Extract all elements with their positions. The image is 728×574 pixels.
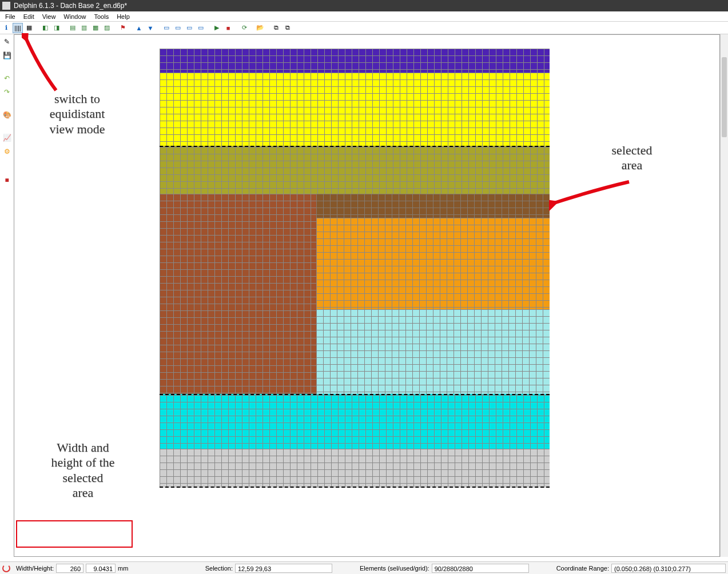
proportional-view-button[interactable]: ▦ [24, 23, 34, 33]
layer-grey[interactable] [160, 449, 550, 488]
top-toolbar: ℹ |||| ▦ ◧ ◨ ▤ ▥ ▩ ▨ ⚑ ▲ ▼ ▭ ▭ ▭ ▭ ▶ ■ ⟳… [0, 22, 728, 34]
menu-edit[interactable]: Edit [19, 13, 38, 21]
arrow-to-selected-area-icon [549, 178, 635, 213]
tool-button-1[interactable]: ◧ [40, 23, 50, 33]
layer-lightblue-right[interactable] [316, 309, 550, 394]
paste-icon[interactable]: ⧉ [283, 23, 293, 33]
flip-h-icon[interactable]: ▲ [134, 23, 144, 33]
app-logo-icon [2, 2, 10, 10]
flag-icon[interactable]: ⚑ [118, 23, 128, 33]
grid-button-4[interactable]: ▨ [102, 23, 112, 33]
refresh-icon[interactable]: ⟳ [239, 23, 249, 33]
menu-file[interactable]: File [1, 13, 19, 21]
status-unit: mm [118, 565, 128, 572]
stop-icon[interactable]: ■ [223, 23, 233, 33]
flip-v-icon[interactable]: ▼ [145, 23, 156, 33]
construction-canvas[interactable] [14, 34, 720, 557]
left-toolbar: ✎ 💾 ↶ ↷ 🎨 📈 ⚙ ■ [0, 34, 14, 185]
menu-window[interactable]: Window [59, 13, 90, 21]
status-coord-label: Coordinate Range: [556, 565, 609, 572]
layer-darkbrown-right[interactable] [316, 194, 550, 218]
menu-view[interactable]: View [38, 13, 60, 21]
layer-cyan[interactable] [160, 394, 550, 449]
info-icon[interactable]: ℹ [1, 23, 11, 33]
status-elements-field: 90/2880/2880 [432, 564, 529, 573]
title-bar: Delphin 6.1.3 - Dach Base 2_en.d6p* [0, 0, 728, 11]
scrollbar-thumb[interactable] [722, 57, 727, 137]
grid-button-1[interactable]: ▤ [67, 23, 78, 33]
menu-bar: File Edit View Window Tools Help [0, 11, 728, 22]
layer-brown-left[interactable] [160, 194, 316, 394]
open-icon[interactable]: 📂 [255, 23, 265, 33]
sel-button-3[interactable]: ▭ [184, 23, 194, 33]
new-icon[interactable]: ✎ [2, 37, 12, 47]
tool-button-2[interactable]: ◨ [51, 23, 62, 33]
status-width-field[interactable]: 260 [56, 564, 83, 573]
status-wh-label: Width/Height: [16, 565, 54, 572]
status-selection-label: Selection: [205, 565, 233, 572]
title-text: Delphin 6.1.3 - Dach Base 2_en.d6p* [14, 2, 127, 10]
layer-yellow[interactable] [160, 73, 550, 146]
status-selection-field: 12,59 29,63 [235, 564, 332, 573]
arrow-to-equidistant-icon [22, 33, 67, 96]
status-height-field[interactable]: 9.0431 [86, 564, 116, 573]
menu-tools[interactable]: Tools [90, 13, 113, 21]
busy-spinner-icon [2, 564, 10, 572]
menu-help[interactable]: Help [113, 13, 134, 21]
undo-icon[interactable]: ↶ [2, 73, 12, 83]
vertical-scrollbar[interactable] [720, 34, 728, 557]
gear-icon[interactable]: ⚙ [2, 146, 12, 157]
redo-icon[interactable]: ↷ [2, 87, 12, 97]
color-swatch-icon[interactable]: ■ [2, 175, 12, 185]
status-coord-field: (0.050;0.268) (0.310;0.277) [611, 564, 726, 573]
chart-icon[interactable]: 📈 [2, 133, 12, 143]
copy-icon[interactable]: ⧉ [271, 23, 281, 33]
sel-button-4[interactable]: ▭ [196, 23, 206, 33]
layer-purple[interactable] [160, 49, 550, 73]
layer-orange-right[interactable] [316, 218, 550, 309]
equidistant-view-button[interactable]: |||| [13, 23, 23, 33]
status-elements-label: Elements (sel/used/grid): [360, 565, 429, 572]
paint-icon[interactable]: 🎨 [2, 110, 12, 120]
grid-button-2[interactable]: ▥ [79, 23, 89, 33]
layer-olive[interactable] [160, 146, 550, 194]
run-icon[interactable]: ▶ [212, 23, 222, 33]
construction-grid [160, 49, 550, 488]
sel-button-1[interactable]: ▭ [161, 23, 172, 33]
save-icon[interactable]: 💾 [2, 50, 12, 61]
status-bar: Width/Height: 260 9.0431 mm Selection: 1… [0, 561, 728, 574]
sel-button-2[interactable]: ▭ [173, 23, 183, 33]
grid-button-3[interactable]: ▩ [90, 23, 101, 33]
